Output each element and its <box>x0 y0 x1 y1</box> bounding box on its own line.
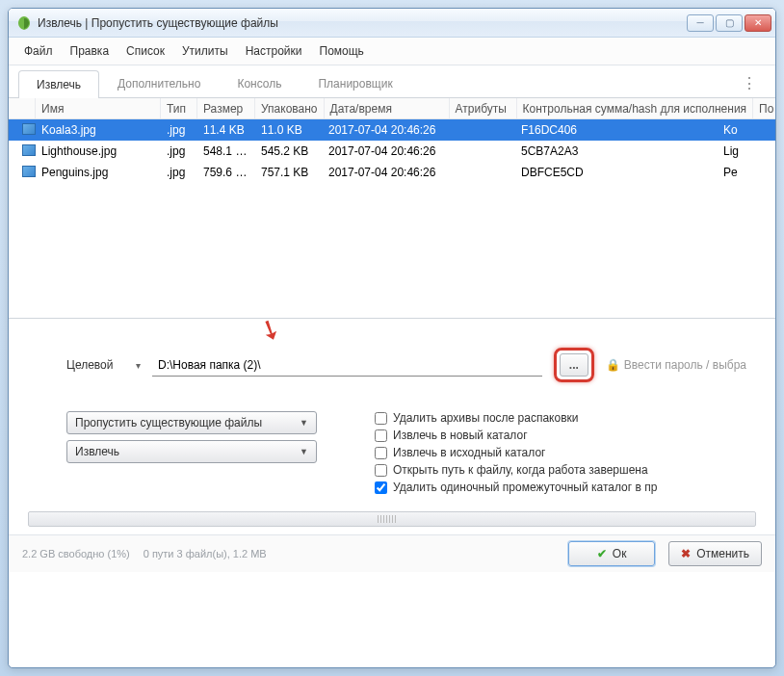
cell-name: Lighthouse.jpg <box>36 144 161 158</box>
cell-packed: 545.2 KB <box>255 144 323 158</box>
horizontal-scrollbar[interactable] <box>28 511 756 527</box>
cell-type: .jpg <box>161 123 197 137</box>
cell-hash: F16DC406 <box>515 123 718 137</box>
status-bar: 2.2 GB свободно (1%) 0 пути 3 файл(ы), 1… <box>9 534 775 572</box>
close-button[interactable]: ✕ <box>745 14 771 32</box>
check-source-folder[interactable]: Извлечь в исходный каталог <box>375 446 657 459</box>
target-row: ➘ Целевой ▾ ... 🔒 Ввести пароль / выбра <box>66 348 746 382</box>
grid-empty-space <box>9 183 775 318</box>
check-new-folder[interactable]: Извлечь в новый каталог <box>375 429 657 442</box>
cell-packed: 757.1 KB <box>255 166 323 179</box>
window-buttons: ─ ▢ ✕ <box>687 14 771 32</box>
tab-advanced[interactable]: Дополнительно <box>99 69 219 97</box>
tab-bar: Извлечь Дополнительно Консоль Планировщи… <box>9 65 775 98</box>
minimize-button[interactable]: ─ <box>687 14 714 32</box>
tab-console[interactable]: Консоль <box>219 69 300 97</box>
cell-type: .jpg <box>161 166 197 179</box>
app-icon <box>16 15 32 31</box>
annotation-highlight: ... <box>554 348 594 382</box>
image-file-icon <box>22 144 36 156</box>
chevron-down-icon: ▼ <box>300 418 308 428</box>
check-open-path[interactable]: Открыть путь к файлу, когда работа завер… <box>375 463 657 477</box>
window-title: Извлечь | Пропустить существующие файлы <box>38 16 687 30</box>
menu-file[interactable]: Файл <box>16 41 61 61</box>
col-type[interactable]: Тип <box>161 98 197 118</box>
image-file-icon <box>22 166 36 177</box>
options-row: Пропустить существующие файлы ▼ Извлечь … <box>66 411 746 494</box>
cell-size: 759.6 KB <box>197 166 255 179</box>
menu-edit[interactable]: Правка <box>63 41 118 61</box>
col-date[interactable]: Дата/время <box>325 98 450 118</box>
tab-scheduler[interactable]: Планировщик <box>300 69 410 97</box>
cell-po: Ko <box>718 123 746 137</box>
col-packed[interactable]: Упаковано <box>255 98 325 118</box>
maximize-button[interactable]: ▢ <box>716 14 743 32</box>
action-dropdown[interactable]: Извлечь ▼ <box>66 440 317 463</box>
cell-po: Lig <box>718 144 746 158</box>
col-size[interactable]: Размер <box>197 98 255 118</box>
cross-icon: ✖ <box>681 547 691 560</box>
menu-bar: Файл Правка Список Утилиты Настройки Пом… <box>9 38 775 65</box>
table-row[interactable]: Lighthouse.jpg.jpg548.1 KB545.2 KB2017-0… <box>9 141 775 162</box>
extract-window: Извлечь | Пропустить существующие файлы … <box>8 8 776 668</box>
col-attr[interactable]: Атрибуты <box>450 98 517 118</box>
tab-overflow-icon[interactable]: ⋮ <box>734 74 766 92</box>
cell-date: 2017-07-04 20:46:26 <box>323 123 448 137</box>
grid-header: Имя Тип Размер Упаковано Дата/время Атри… <box>9 98 775 119</box>
form-area: ➘ Целевой ▾ ... 🔒 Ввести пароль / выбра … <box>9 319 775 504</box>
image-file-icon <box>22 123 36 135</box>
menu-utils[interactable]: Утилиты <box>174 41 236 61</box>
chevron-down-icon: ▼ <box>300 447 308 456</box>
col-hash[interactable]: Контрольная сумма/hash для исполнения <box>517 98 754 118</box>
cell-date: 2017-07-04 20:46:26 <box>323 144 448 158</box>
col-po[interactable]: По <box>753 98 776 118</box>
cell-hash: DBFCE5CD <box>515 166 718 179</box>
cell-hash: 5CB7A2A3 <box>515 144 718 158</box>
table-row[interactable]: Koala3.jpg.jpg11.4 KB11.0 KB2017-07-04 2… <box>9 119 775 141</box>
password-link[interactable]: 🔒 Ввести пароль / выбра <box>606 358 746 372</box>
tab-extract[interactable]: Извлечь <box>18 70 99 98</box>
status-free-space: 2.2 GB свободно (1%) <box>22 548 130 559</box>
status-file-info: 0 пути 3 файл(ы), 1.2 MB <box>144 548 267 559</box>
check-delete-intermediate[interactable]: Удалить одиночный промежуточный каталог … <box>375 481 657 494</box>
cell-date: 2017-07-04 20:46:26 <box>323 166 448 179</box>
check-icon: ✔ <box>597 547 607 560</box>
table-row[interactable]: Penguins.jpg.jpg759.6 KB757.1 KB2017-07-… <box>9 162 775 183</box>
browse-button[interactable]: ... <box>560 353 588 377</box>
cell-size: 548.1 KB <box>197 144 255 158</box>
titlebar: Извлечь | Пропустить существующие файлы … <box>9 9 775 38</box>
overwrite-mode-dropdown[interactable]: Пропустить существующие файлы ▼ <box>66 411 317 434</box>
cell-po: Pe <box>718 166 746 179</box>
cell-name: Koala3.jpg <box>36 123 161 137</box>
cancel-button[interactable]: ✖ Отменить <box>668 541 762 566</box>
ok-button[interactable]: ✔ Ок <box>568 541 655 566</box>
check-delete-archives[interactable]: Удалить архивы после распаковки <box>375 411 657 425</box>
cell-size: 11.4 KB <box>197 123 255 137</box>
cell-name: Penguins.jpg <box>36 166 161 179</box>
chevron-down-icon[interactable]: ▾ <box>136 360 141 371</box>
cell-type: .jpg <box>161 144 197 158</box>
target-label: Целевой <box>66 358 124 372</box>
menu-help[interactable]: Помощь <box>312 41 372 61</box>
file-grid: Имя Тип Размер Упаковано Дата/время Атри… <box>9 98 775 318</box>
menu-list[interactable]: Список <box>118 41 172 61</box>
menu-settings[interactable]: Настройки <box>238 41 310 61</box>
cell-packed: 11.0 KB <box>255 123 323 137</box>
lock-icon: 🔒 <box>606 358 620 372</box>
target-path-input[interactable] <box>152 354 542 377</box>
col-name[interactable]: Имя <box>36 98 161 118</box>
